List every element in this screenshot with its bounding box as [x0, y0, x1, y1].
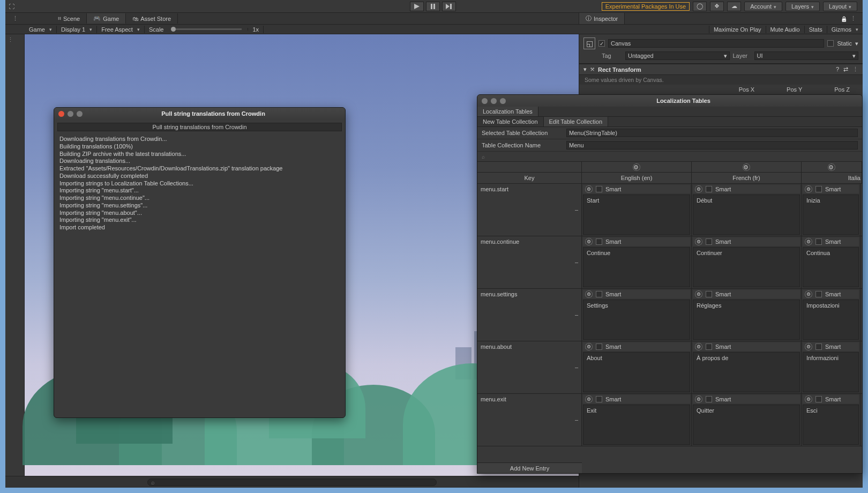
loc-titlebar[interactable]: Localization Tables	[477, 95, 862, 107]
selected-collection-dropdown[interactable]: Menu(StringTable)	[566, 129, 858, 137]
tab-game[interactable]: 🎮Game	[87, 13, 126, 24]
remove-row-button[interactable]: –	[574, 259, 579, 265]
smart-checkbox[interactable]	[706, 396, 712, 402]
translation-field[interactable]: À propos de	[693, 352, 800, 392]
display-dropdown[interactable]: Display 1	[57, 26, 97, 33]
experimental-warning[interactable]: Experimental Packages In Use	[602, 2, 690, 11]
gameobject-name-field[interactable]: Canvas	[608, 39, 824, 48]
help-icon[interactable]: ?	[836, 66, 839, 73]
col-it[interactable]: Italia	[802, 173, 862, 183]
gear-icon[interactable]: ⚙	[805, 395, 812, 403]
add-new-entry-button[interactable]: Add New Entry	[477, 462, 582, 473]
collab-icon[interactable]: ◯	[693, 2, 707, 11]
locale-icon[interactable]: ⚙	[743, 163, 750, 171]
kebab-icon[interactable]: ⋮	[852, 66, 858, 73]
smart-checkbox[interactable]	[596, 186, 602, 192]
mute-toggle[interactable]: Mute Audio	[766, 26, 804, 33]
gear-icon[interactable]: ⚙	[805, 238, 812, 245]
account-menu[interactable]: Account	[744, 2, 782, 11]
translation-field[interactable]: Continue	[583, 247, 690, 287]
gear-icon[interactable]: ⚙	[695, 238, 702, 245]
smart-checkbox[interactable]	[706, 238, 712, 245]
remove-row-button[interactable]: –	[574, 364, 579, 370]
smart-checkbox[interactable]	[706, 291, 712, 297]
translation-field[interactable]: Continuer	[693, 247, 800, 287]
tab-asset-store[interactable]: 🛍Asset Store	[126, 13, 178, 24]
col-fr[interactable]: French (fr)	[692, 173, 801, 183]
maximize-toggle[interactable]: Maximize On Play	[709, 26, 766, 33]
gear-icon[interactable]: ⚙	[695, 343, 702, 350]
smart-checkbox[interactable]	[815, 291, 822, 297]
smart-checkbox[interactable]	[596, 396, 602, 402]
active-checkbox[interactable]: ✓	[598, 40, 605, 47]
close-icon[interactable]	[482, 98, 488, 104]
dock-lock-icon[interactable]: ⋮	[12, 15, 18, 22]
gear-icon[interactable]: ⚙	[585, 185, 593, 193]
smart-checkbox[interactable]	[596, 343, 602, 350]
key-cell[interactable]: menu.continue–	[477, 236, 582, 288]
gameobject-icon[interactable]: ◱	[583, 38, 595, 49]
lock-icon[interactable]	[841, 16, 847, 22]
zoom-icon[interactable]	[77, 111, 83, 117]
layer-dropdown[interactable]: UI▾	[754, 51, 859, 60]
aspect-dropdown[interactable]: Free Aspect	[97, 26, 145, 33]
smart-checkbox[interactable]	[706, 343, 712, 350]
translation-field[interactable]: Start	[583, 195, 690, 235]
gear-icon[interactable]: ⚙	[585, 238, 593, 245]
game-camera-dropdown[interactable]: Game	[25, 26, 57, 33]
static-dropdown-icon[interactable]: ▾	[855, 40, 858, 47]
locale-icon[interactable]: ⚙	[633, 163, 640, 171]
gear-icon[interactable]: ⚙	[805, 290, 812, 298]
kebab-icon[interactable]: ⋮	[850, 15, 856, 22]
translation-field[interactable]: Continua	[803, 247, 859, 287]
gear-icon[interactable]: ⚙	[695, 395, 702, 403]
translation-field[interactable]: About	[583, 352, 690, 392]
gizmos-toggle[interactable]: Gizmos	[827, 26, 863, 33]
translation-field[interactable]: Esci	[803, 405, 859, 445]
smart-checkbox[interactable]	[815, 186, 822, 192]
remove-row-button[interactable]: –	[574, 416, 579, 423]
search-input[interactable]: ⌕	[147, 479, 437, 486]
step-button[interactable]	[442, 2, 456, 11]
translation-field[interactable]: Informazioni	[803, 352, 859, 392]
layers-menu[interactable]: Layers	[785, 2, 820, 11]
gear-icon[interactable]: ⚙	[805, 185, 812, 193]
subtab-edit-collection[interactable]: Edit Table Collection	[544, 117, 608, 126]
locale-icon[interactable]: ⚙	[828, 163, 835, 171]
subtab-new-collection[interactable]: New Table Collection	[477, 117, 544, 126]
close-icon[interactable]	[58, 111, 64, 117]
key-cell[interactable]: menu.exit–	[477, 394, 582, 446]
key-cell[interactable]: menu.start–	[477, 184, 582, 236]
pause-button[interactable]	[426, 2, 440, 11]
foldout-icon[interactable]: ▾	[583, 66, 587, 73]
smart-checkbox[interactable]	[596, 238, 602, 245]
gear-icon[interactable]: ⚙	[585, 395, 593, 403]
services-icon[interactable]: ❖	[710, 2, 724, 11]
smart-checkbox[interactable]	[815, 343, 822, 350]
translation-field[interactable]: Exit	[583, 405, 690, 445]
col-en[interactable]: English (en)	[582, 173, 691, 183]
gear-icon[interactable]: ⚙	[805, 343, 812, 350]
loc-search[interactable]: ⌕	[482, 153, 858, 160]
collection-name-field[interactable]: Menu	[566, 141, 858, 150]
loc-tab-main[interactable]: Localization Tables	[477, 107, 538, 116]
rect-transform-header[interactable]: ▾ ⤧ Rect Transform ? ⇄ ⋮	[579, 64, 863, 75]
smart-checkbox[interactable]	[596, 291, 602, 297]
gear-icon[interactable]: ⚙	[695, 290, 702, 298]
smart-checkbox[interactable]	[815, 238, 822, 245]
key-cell[interactable]: menu.about–	[477, 341, 582, 393]
translation-field[interactable]: Impostazioni	[803, 300, 859, 340]
scale-slider[interactable]	[168, 28, 248, 31]
gear-icon[interactable]: ⚙	[585, 290, 593, 298]
translation-field[interactable]: Inizia	[803, 195, 859, 235]
minimize-icon[interactable]	[68, 111, 73, 117]
gear-icon[interactable]: ⚙	[585, 343, 593, 350]
cloud-icon[interactable]: ☁	[727, 2, 741, 11]
smart-checkbox[interactable]	[815, 396, 822, 402]
remove-row-button[interactable]: –	[574, 206, 579, 213]
preset-icon[interactable]: ⇄	[843, 66, 848, 73]
translation-field[interactable]: Settings	[583, 300, 690, 340]
layout-menu[interactable]: Layout	[823, 2, 857, 11]
remove-row-button[interactable]: –	[574, 311, 579, 318]
key-cell[interactable]: menu.settings–	[477, 289, 582, 341]
